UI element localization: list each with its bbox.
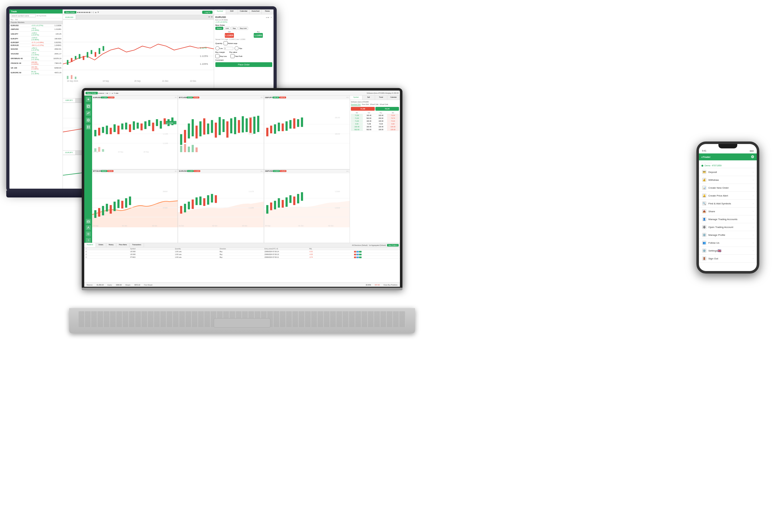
lrp-tab-symbol[interactable]: Symbol	[350, 96, 362, 100]
monitor-symbol-row-10[interactable]: UK 100 (32.40) (-0.39%) 8258.65	[9, 66, 63, 70]
lrp-tab-sell[interactable]: Sell	[362, 96, 375, 100]
new-order-button[interactable]: New Order	[64, 11, 76, 14]
buy-button[interactable]: 1.11631	[254, 33, 263, 38]
bottom-tab-price-alerts[interactable]: Price Alerts	[116, 243, 129, 247]
pos-2-edit-btn[interactable]: ✎	[356, 254, 359, 255]
pos-2-actions[interactable]: ✕ ✎ ⋯	[354, 254, 399, 255]
phone-menu-item-6[interactable]: 👤 Manage Trading Accounts ›	[699, 215, 757, 223]
new-order-btn-bottom[interactable]: New Order ▾	[387, 244, 399, 246]
tab-symbol[interactable]: Symbol	[214, 9, 226, 14]
stop-loss-checkbox[interactable]	[215, 54, 219, 58]
pos-2-more-btn[interactable]: ⋯	[359, 254, 361, 255]
lrp-tab-calendar[interactable]: Calendar	[388, 96, 400, 100]
chart-eurusd: EURUSD ■ □ ◆	[63, 15, 214, 98]
phone-menu-item-4[interactable]: 🔍 Find & Add Symbols ›	[699, 200, 757, 207]
laptop-base	[69, 308, 415, 333]
pos-3-more-btn[interactable]: ⋯	[359, 256, 361, 258]
lrp-sell-price[interactable]: 71.58	[351, 107, 375, 111]
sidebar-icon-analyse[interactable]	[86, 118, 91, 123]
take-profit-checkbox[interactable]	[230, 54, 234, 58]
order-type-stop-limit[interactable]: Stop Limit	[238, 27, 248, 30]
bottom-tab-transactions[interactable]: Transactions	[129, 243, 144, 247]
sidebar-icon-intrarave[interactable]	[86, 225, 91, 230]
sym-change-6: +252.1 (+3.37%)	[31, 47, 44, 51]
pos-1-edit-btn[interactable]: ✎	[356, 251, 359, 252]
phone-menu-item-8[interactable]: ⚙️ Manage Profile ›	[699, 231, 757, 239]
tab-autochartist[interactable]: Autochart	[250, 9, 261, 14]
laptop-new-order-button[interactable]: New Order	[85, 92, 98, 94]
phone-menu-item-5[interactable]: 📤 Share ›	[699, 207, 757, 215]
phone-menu-item-1[interactable]: 💰 Withdraw ›	[699, 176, 757, 184]
sidebar-icon-settings[interactable]	[86, 231, 91, 236]
bottom-tab-history[interactable]: History	[106, 243, 117, 247]
bottom-tab-positions[interactable]: Positions	[84, 243, 96, 247]
phone-menu-item-0[interactable]: 💳 Deposit ›	[699, 168, 757, 176]
status-close-btn[interactable]: Close Buy Positions	[383, 284, 398, 286]
sidebar-icon-help[interactable]: ?	[86, 238, 91, 243]
monitor-symbol-row-1[interactable]: GBPUSD +34.6 (+0.28%) 1.31281	[9, 27, 63, 32]
monitor-symbol-row-2[interactable]: USDJPY +128.1 (+0.87%) 144.25	[9, 32, 63, 36]
phone-menu-item-3[interactable]: 🔔 Create Price Alert ›	[699, 192, 757, 200]
sidebar-icon-deposit[interactable]	[86, 219, 91, 224]
sym-change-1: +34.6 (+0.28%)	[31, 27, 44, 31]
monitor-symbol-row-5[interactable]: EURAUD -39.0 (+2.37%) 1.64041	[9, 44, 63, 47]
sidebar-icon-copy[interactable]	[86, 104, 91, 109]
monitor-symbol-row-0[interactable]: EURUSD +3.0 (+0.27%) 1.11636	[9, 24, 63, 27]
pos-1-check[interactable]: ☐	[85, 250, 130, 252]
sidebar-icon-widgets[interactable]	[86, 124, 91, 129]
order-type-stop[interactable]: Stop	[231, 27, 237, 30]
svg-text:1.3150: 1.3150	[334, 190, 340, 192]
phone-menu-item-10[interactable]: ⚙️ Settings 🇬🇧 ›	[699, 247, 757, 255]
lrp-vfinof-drift2[interactable]: VFinoF Drift	[379, 103, 388, 106]
lrp-buy-price[interactable]: 73.34	[375, 107, 399, 111]
rpanel-description: Euro vs US Dollar	[215, 19, 272, 21]
monitor-search-input[interactable]	[11, 14, 36, 17]
phone-settings-icon[interactable]: ⚙	[751, 155, 754, 159]
lrp-price-drift[interactable]: Price Drift	[362, 103, 369, 106]
svg-rect-7	[79, 54, 80, 59]
sidebar-icon-algo[interactable]	[86, 111, 91, 116]
pos-3-actions[interactable]: ✕ ✎ ⋯	[354, 256, 399, 258]
monitor-symbol-row-7[interactable]: XAUUSD +25.0 (+1.05%) 2641.17	[9, 52, 63, 56]
monitor-symbol-row-4[interactable]: EURGBP -0.71 (+0.08%) 0.83761	[9, 41, 63, 44]
monitor-symbol-row-11[interactable]: EUROPE 50 84.43 (+1.30%) 4972.15	[9, 70, 63, 75]
monitor-symbol-row-3[interactable]: EURJPY +144.0 (+0.96%) 160.820	[9, 36, 63, 41]
svg-rect-110	[180, 146, 182, 152]
lots-radio[interactable]	[215, 46, 219, 50]
lrp-vfinof-drift[interactable]: VFinoF Drift	[370, 103, 378, 106]
phone-menu-item-11[interactable]: 🚪 Sign Out ›	[699, 255, 757, 262]
tab-eurusd[interactable]: EURUSD	[63, 15, 76, 19]
pos-1-actions[interactable]: ✕ ✎ ⋯	[354, 251, 399, 252]
submit-order-button[interactable]: Place Order	[215, 62, 272, 67]
monitor-popular-markets: Popular Markets	[9, 21, 63, 24]
bottom-tab-orders[interactable]: Orders	[96, 243, 106, 247]
phone-menu-item-7[interactable]: ➕ Open Trading Account ›	[699, 223, 757, 231]
pos-3-edit-btn[interactable]: ✎	[356, 256, 359, 258]
phone-menu-item-9[interactable]: 👥 Follow Us ›	[699, 239, 757, 247]
lrp-tab-trend[interactable]: Trend	[375, 96, 388, 100]
pos-2-check[interactable]: ☐	[85, 253, 130, 255]
pos-2-close-btn[interactable]: ✕	[354, 254, 356, 255]
login-button[interactable]: Log In	[202, 11, 212, 14]
chart-1-symbol: EURUSD	[93, 96, 101, 98]
sell-button[interactable]: 1.11629	[225, 33, 234, 38]
pos-3-close-btn[interactable]: ✕	[354, 256, 356, 258]
tab-calendar[interactable]: Calendar	[238, 9, 250, 14]
lrp-standard-drift[interactable]: Standard Drift	[351, 103, 360, 106]
order-type-market[interactable]: Market	[215, 27, 223, 30]
pos-1-close-btn[interactable]: ✕	[354, 251, 356, 252]
order-type-limit[interactable]: Limit	[224, 27, 230, 30]
pos-3-check[interactable]: ☐	[85, 256, 130, 258]
monitor-symbol-row-8[interactable]: DRVMNAV-40 232.13 (+1.32%) 19378.10	[9, 56, 63, 61]
lots-input[interactable]	[224, 47, 233, 50]
monitor-symbol-row-9[interactable]: FRANCE 40 (28.80) (-0.63%) 7304.45	[9, 61, 63, 66]
tab-news[interactable]: News	[261, 9, 273, 14]
pips-radio[interactable]	[234, 46, 239, 50]
sidebar-icon-1[interactable]	[86, 97, 91, 102]
tab-drill[interactable]: Drill	[226, 9, 238, 14]
monitor-all-symbols[interactable]: All Symbols	[36, 15, 46, 17]
monitor-symbol-row-6[interactable]: NAIUSD +252.1 (+3.37%) 2832.81	[9, 47, 63, 52]
pos-1-more-btn[interactable]: ⋯	[359, 251, 361, 252]
market-range-checkbox[interactable]	[223, 41, 228, 45]
phone-menu-item-2[interactable]: 📊 Create New Order ›	[699, 184, 757, 192]
